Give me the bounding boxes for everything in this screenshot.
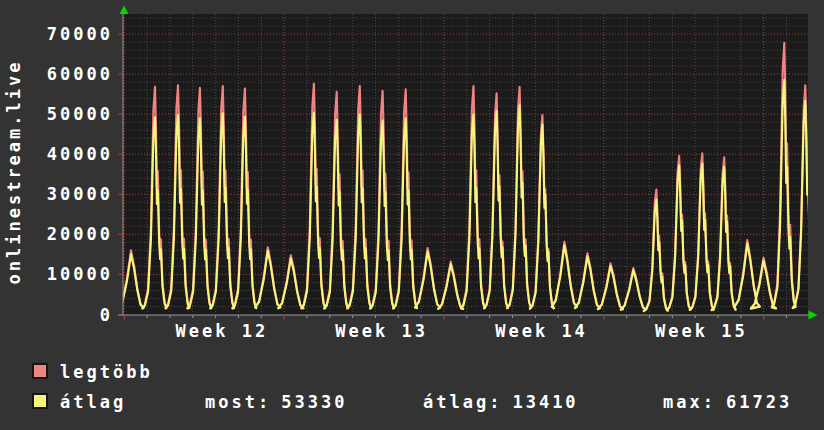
x-tick-label: Week 15 xyxy=(655,322,748,340)
y-tick-label: 10000 xyxy=(13,265,113,283)
y-tick-label: 40000 xyxy=(13,145,113,163)
x-tick-label: Week 12 xyxy=(176,322,269,340)
rrdtool-graph: onlinestream.live 0100002000030000400005… xyxy=(0,0,824,430)
stat-atlag-value: 13410 xyxy=(512,392,578,412)
y-tick-label: 20000 xyxy=(13,225,113,243)
stat-max: max:61723 xyxy=(663,393,792,411)
stat-max-value: 61723 xyxy=(726,392,792,412)
stat-atlag: átlag:13410 xyxy=(423,393,579,411)
y-tick-label: 50000 xyxy=(13,105,113,123)
y-axis-arrow-icon xyxy=(120,6,129,15)
stat-most: most:53330 xyxy=(205,393,347,411)
y-tick-label: 30000 xyxy=(13,185,113,203)
stat-most-value: 53330 xyxy=(281,392,347,412)
legend-label-atlag: átlag xyxy=(60,393,126,411)
y-tick-label: 60000 xyxy=(13,65,113,83)
legend-label-legtobb: legtöbb xyxy=(60,363,153,381)
legend-swatch-atlag xyxy=(32,393,48,409)
x-tick-label: Week 14 xyxy=(495,322,588,340)
y-tick-label: 70000 xyxy=(13,25,113,43)
legend-swatch-legtobb xyxy=(32,363,48,379)
stat-atlag-label: átlag: xyxy=(423,392,502,412)
stat-most-label: most: xyxy=(205,392,271,412)
y-tick-label: 0 xyxy=(13,306,113,324)
x-axis-arrow-icon xyxy=(809,311,818,320)
plot-background xyxy=(123,14,808,315)
stat-max-label: max: xyxy=(663,392,716,412)
x-tick-label: Week 13 xyxy=(335,322,428,340)
